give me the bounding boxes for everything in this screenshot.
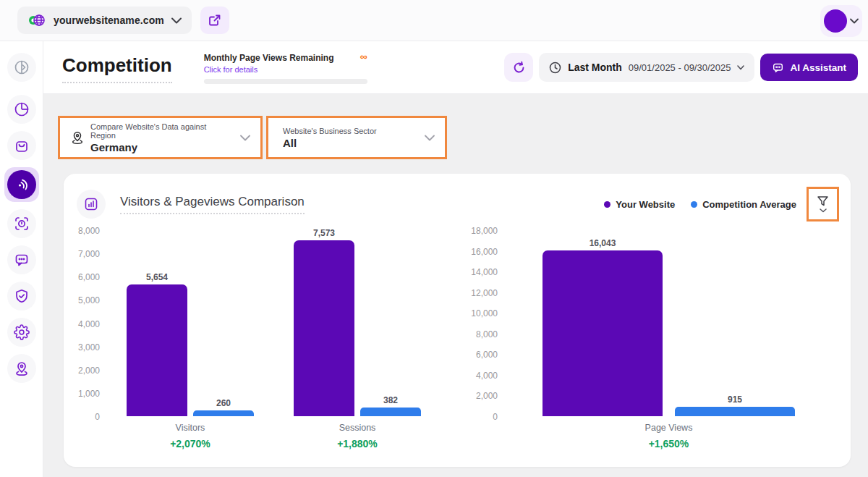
date-range-selector[interactable]: Last Month 09/01/2025 - 09/30/2025 <box>539 53 754 82</box>
right-axis-tick: 16,000 <box>461 247 498 257</box>
bar-value-label: 16,043 <box>542 238 663 248</box>
sector-filter-label: Website's Business Sector <box>283 127 417 135</box>
chart-title: Visitors & Pageviews Comparison <box>120 195 305 214</box>
sidebar-collapse-button[interactable] <box>7 53 36 82</box>
quota-details-link[interactable]: Click for details <box>204 65 334 74</box>
arrow-right-circle-icon <box>14 59 30 75</box>
bar-value-label: 5,654 <box>127 272 187 282</box>
shopping-bag-icon <box>14 138 30 153</box>
sidebar-item-feedback[interactable] <box>7 245 36 274</box>
chevron-down-icon <box>240 135 250 141</box>
top-bar: yourwebsitename.com <box>0 0 868 41</box>
chat-bubble-icon <box>14 252 30 268</box>
left-axis-tick: 5,000 <box>68 295 100 305</box>
percent-change-label: +2,070% <box>127 438 254 449</box>
chevron-down-icon <box>850 18 859 24</box>
website-selector[interactable]: yourwebsitename.com <box>17 7 192 34</box>
gauge-icon <box>7 170 36 199</box>
funnel-icon <box>817 195 829 207</box>
chevron-down-icon <box>171 17 182 24</box>
chat-icon <box>772 62 784 74</box>
region-filter-value: Germany <box>90 141 233 153</box>
external-link-icon <box>208 14 221 27</box>
period-label: Last Month <box>568 62 622 73</box>
bar-value-label: 382 <box>360 395 421 405</box>
avatar <box>824 9 847 33</box>
legend-label: Competition Average <box>702 199 796 210</box>
quota-progress-bar <box>204 79 367 84</box>
open-website-button[interactable] <box>200 7 229 34</box>
legend-item[interactable]: Competition Average <box>691 199 796 210</box>
percent-change-label: +1,650% <box>542 438 795 449</box>
page-title: Competition <box>62 54 172 83</box>
quota-label: Monthly Page Views Remaining <box>204 53 334 63</box>
right-axis-tick: 6,000 <box>461 350 498 360</box>
bar-visitors-your-website <box>127 284 187 416</box>
bar-value-label: 915 <box>675 394 795 405</box>
sidebar <box>0 41 43 477</box>
quota-widget: Monthly Page Views Remaining Click for d… <box>204 51 367 84</box>
chevron-down-icon <box>820 208 827 213</box>
bar-value-label: 260 <box>193 398 254 408</box>
ai-assistant-label: AI Assistant <box>790 62 846 73</box>
quota-value: ∞ <box>360 51 367 62</box>
right-axis-tick: 14,000 <box>461 267 498 277</box>
website-logo-icon <box>27 12 46 29</box>
shield-check-icon <box>14 288 30 304</box>
category-label: Visitors <box>127 423 254 433</box>
period-range: 09/01/2025 - 09/30/2025 <box>629 62 731 73</box>
legend-dot-icon <box>691 201 697 208</box>
sidebar-item-competition[interactable] <box>4 167 39 202</box>
sector-filter-dropdown[interactable]: Website's Business Sector All <box>266 116 447 159</box>
chart-area: 8,0007,0006,0005,0004,0003,0002,0001,000… <box>64 230 851 462</box>
left-axis-tick: 0 <box>68 412 100 422</box>
percent-change-label: +1,880% <box>294 438 421 449</box>
region-filter-label: Compare Website's Data against Region <box>90 122 233 140</box>
left-axis-tick: 2,000 <box>68 366 100 376</box>
left-axis-tick: 1,000 <box>68 389 100 399</box>
page-header: Competition Monthly Page Views Remaining… <box>43 41 868 94</box>
refresh-icon <box>512 61 526 75</box>
right-axis-tick: 18,000 <box>461 226 498 236</box>
chart-filter-button[interactable] <box>807 187 839 221</box>
bar-sessions-competition <box>360 408 421 416</box>
bar-sessions-your-website <box>294 240 354 416</box>
right-axis-tick: 10,000 <box>461 308 498 318</box>
sidebar-item-overview[interactable] <box>7 95 36 124</box>
left-axis-tick: 3,000 <box>68 342 100 353</box>
left-axis-tick: 8,000 <box>68 226 100 236</box>
pie-chart-icon <box>14 101 30 117</box>
sidebar-item-ecommerce[interactable] <box>7 131 36 160</box>
sidebar-item-security[interactable] <box>7 282 36 311</box>
legend-dot-icon <box>604 201 610 208</box>
category-label: Page Views <box>542 423 795 433</box>
bar-value-label: 7,573 <box>294 228 354 238</box>
chevron-down-icon <box>737 65 744 70</box>
bar-page-views-competition <box>675 407 795 416</box>
sidebar-item-tracking[interactable] <box>7 209 36 238</box>
right-axis-tick: 2,000 <box>461 391 498 401</box>
left-axis-tick: 6,000 <box>68 272 100 282</box>
sidebar-item-settings[interactable] <box>7 318 36 347</box>
chevron-down-icon <box>425 135 435 141</box>
map-pin-icon <box>70 130 85 145</box>
sector-filter-value: All <box>283 137 417 149</box>
page-body: Compare Website's Data against Region Ge… <box>43 94 868 477</box>
region-filter-dropdown[interactable]: Compare Website's Data against Region Ge… <box>58 116 263 159</box>
clock-icon <box>549 62 561 74</box>
bar-chart-icon <box>77 190 106 219</box>
user-menu[interactable] <box>820 5 862 37</box>
legend-item[interactable]: Your Website <box>604 199 675 210</box>
left-axis-tick: 4,000 <box>68 319 100 329</box>
right-axis-tick: 4,000 <box>461 371 498 381</box>
legend-label: Your Website <box>616 199 675 210</box>
right-axis-tick: 8,000 <box>461 329 498 339</box>
chart-legend: Your WebsiteCompetition Average <box>604 199 796 210</box>
category-label: Sessions <box>294 423 421 433</box>
ai-assistant-button[interactable]: AI Assistant <box>760 54 858 81</box>
bar-page-views-your-website <box>542 250 663 416</box>
refresh-button[interactable] <box>504 53 533 82</box>
website-name: yourwebsitename.com <box>54 14 164 26</box>
left-axis-tick: 7,000 <box>68 249 100 259</box>
sidebar-item-location[interactable] <box>7 354 36 383</box>
